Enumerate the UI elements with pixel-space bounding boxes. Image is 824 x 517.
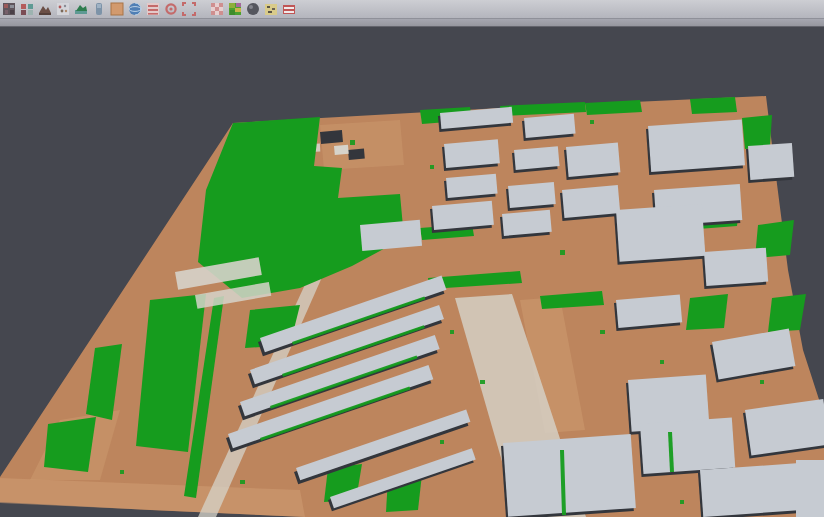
- open-file-icon[interactable]: [19, 1, 35, 17]
- points-icon[interactable]: [55, 1, 71, 17]
- texture-icon[interactable]: [263, 1, 279, 17]
- 3d-viewport[interactable]: [0, 0, 824, 517]
- classification-icon[interactable]: [227, 1, 243, 17]
- grid-icon[interactable]: [209, 1, 225, 17]
- table-icon[interactable]: [145, 1, 161, 17]
- scalar-bar-icon[interactable]: [91, 1, 107, 17]
- main-toolbar: [0, 0, 824, 19]
- viewport-header-strip: [0, 19, 824, 27]
- zoom-extent-icon[interactable]: [181, 1, 197, 17]
- mosaic-icon[interactable]: [1, 1, 17, 17]
- sphere-icon[interactable]: [245, 1, 261, 17]
- ortho-icon[interactable]: [109, 1, 125, 17]
- flag-icon[interactable]: [281, 1, 297, 17]
- gear-icon[interactable]: [163, 1, 179, 17]
- terrain-icon[interactable]: [73, 1, 89, 17]
- dem-icon[interactable]: [37, 1, 53, 17]
- globe-icon[interactable]: [127, 1, 143, 17]
